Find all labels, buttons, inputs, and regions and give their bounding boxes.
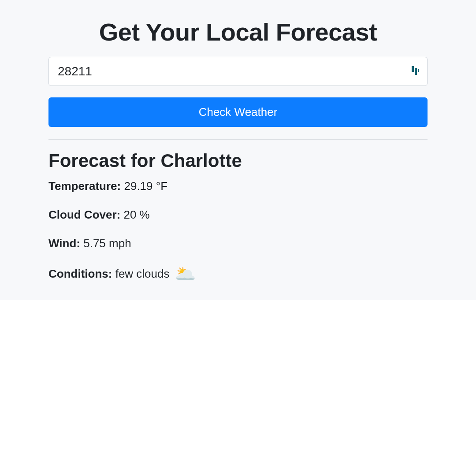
zip-input-wrapper — [48, 57, 428, 86]
wind-value: 5.75 mph — [83, 237, 131, 250]
conditions-value: few clouds — [115, 267, 170, 280]
forecast-heading: Forecast for Charlotte — [48, 150, 428, 171]
divider — [48, 139, 428, 140]
temperature-label: Temperature: — [48, 179, 121, 193]
wind-label: Wind: — [48, 237, 80, 250]
temperature-value: 29.19 °F — [124, 179, 167, 193]
cloud-cover-value: 20 % — [123, 208, 149, 221]
page-title: Get Your Local Forecast — [48, 18, 428, 46]
cloud-cover-label: Cloud Cover: — [48, 208, 120, 221]
cloud-cover-row: Cloud Cover: 20 % — [48, 208, 428, 222]
check-weather-button[interactable]: Check Weather — [48, 97, 428, 127]
wind-row: Wind: 5.75 mph — [48, 237, 428, 250]
zip-input[interactable] — [48, 57, 428, 86]
weather-cloud-icon: 🌥️ — [175, 265, 196, 282]
conditions-label: Conditions: — [48, 267, 112, 280]
temperature-row: Temperature: 29.19 °F — [48, 179, 428, 193]
conditions-row: Conditions: few clouds 🌥️ — [48, 265, 428, 282]
